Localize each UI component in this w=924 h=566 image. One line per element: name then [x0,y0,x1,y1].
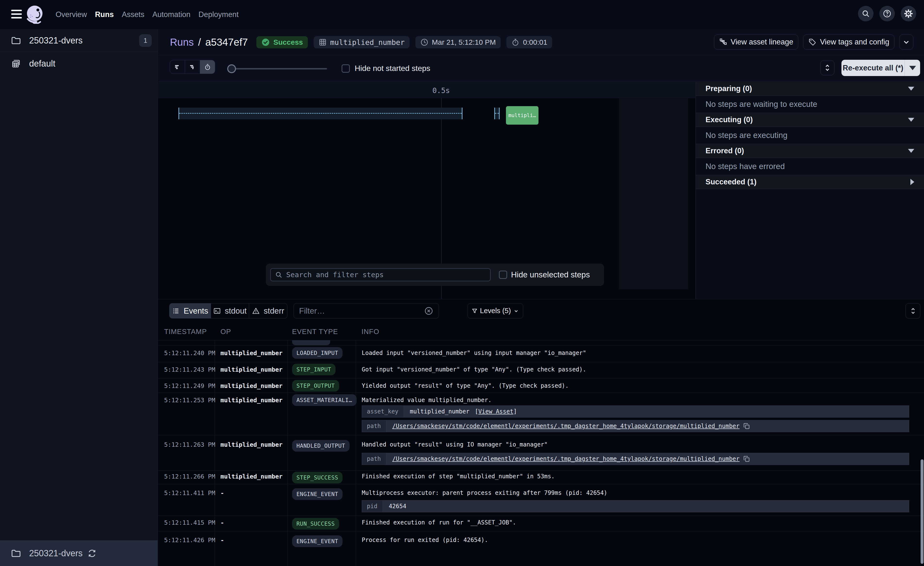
path-link[interactable]: /Users/smackesey/stm/code/elementl/exper… [392,456,740,462]
copy-icon[interactable] [743,455,750,462]
hamburger-menu-icon[interactable] [11,10,22,19]
cell-info: Got input "versioned_number" of type "An… [362,366,904,373]
workspace-icon [10,58,21,69]
gantt-expand-button[interactable] [820,60,834,75]
tab-events[interactable]: Events [170,303,211,318]
section-preparing[interactable]: Preparing (0) [696,82,924,96]
nav-assets[interactable]: Assets [122,10,144,19]
primary-nav: Overview Runs Assets Automation Deployme… [56,0,238,29]
cell-info: Materialized value multiplied_number. [362,397,904,403]
cell-info: Process for run exited (pid: 42654). [362,537,904,543]
header-more-button[interactable] [899,35,914,50]
nav-runs[interactable]: Runs [95,10,114,19]
levels-dropdown-button[interactable]: Levels (5) [468,303,523,318]
event-type-pill: LOADED_INPUT [292,347,342,359]
table-row[interactable]: 5:12:11.415 PM - RUN_SUCCESS Finished ex… [158,516,924,531]
hide-unselected-checkbox[interactable]: Hide unselected steps [499,270,590,279]
event-type-pill-partial [292,340,330,345]
log-expand-button[interactable] [906,303,920,318]
nav-deployment[interactable]: Deployment [199,10,238,19]
gantt-mode-group [170,60,215,74]
asset-tag[interactable]: multiplied_number [314,36,410,48]
gantt-waiting-bar[interactable] [178,108,462,119]
log-view-tabs: Events stdout stderr [169,303,288,318]
section-errored[interactable]: Errored (0) [696,144,924,158]
column-header-timestamp: TIMESTAMP [164,328,207,336]
repo-name: 250321-dvers [29,35,82,46]
gantt-time-axis: 0.5s [158,82,695,98]
table-row[interactable]: 5:12:11.266 PM multiplied_number STEP_SU… [158,471,924,484]
table-row[interactable]: 5:12:11.426 PM - ENGINE_EVENT Process fo… [158,531,924,566]
footer-repo-name: 250321-dvers [29,548,82,558]
meta-key-label: asset_key [362,406,404,417]
log-filter-input[interactable]: Filter… [294,303,439,318]
cell-info: Handled output "result" using IO manager… [362,441,904,448]
re-execute-dropdown-button[interactable] [904,60,920,76]
sidebar-footer[interactable]: 250321-dvers [0,540,158,566]
section-succeeded[interactable]: Succeeded (1) [696,175,924,189]
view-asset-lineage-button[interactable]: View asset lineage [714,35,798,50]
terminal-icon [213,307,221,315]
folder-icon [10,35,21,46]
expand-caret-icon [910,179,914,185]
cell-op: - [220,519,224,526]
view-asset-link[interactable]: View Asset [478,408,513,415]
gantt-waiting-bar-small[interactable] [494,108,500,119]
table-row[interactable]: 5:12:11.243 PM multiplied_number STEP_IN… [158,362,924,378]
step-search-input[interactable]: Search and filter steps [270,268,490,281]
meta-key-label: pid [362,500,383,512]
nav-automation[interactable]: Automation [153,10,190,19]
cell-op: - [220,489,224,497]
filter-funnel-icon [471,308,478,314]
cell-timestamp: 5:12:11.266 PM [164,473,215,480]
view-tags-config-button[interactable]: View tags and config [803,35,894,50]
table-row[interactable]: 5:12:11.263 PM multiplied_number HANDLED… [158,435,924,471]
copy-icon[interactable] [743,422,750,430]
gantt-flat-mode-button[interactable] [170,60,185,74]
table-row[interactable]: 5:12:11.253 PM multiplied_number ASSET_M… [158,393,924,435]
help-button[interactable] [879,6,895,21]
warning-triangle-icon [252,307,260,315]
section-executing[interactable]: Executing (0) [696,113,924,127]
tab-stderr[interactable]: stderr [249,303,287,318]
gantt-step-box[interactable]: multipli… [506,106,538,125]
nav-overview[interactable]: Overview [56,10,87,19]
section-errored-empty: No steps have errored [696,158,924,175]
reload-icon[interactable] [87,549,97,558]
top-navigation-bar: Overview Runs Assets Automation Deployme… [0,0,924,29]
clear-filter-icon[interactable] [424,306,434,316]
vertical-scrollbar-thumb[interactable] [921,459,924,564]
search-icon [862,9,870,18]
breadcrumb-runs-link[interactable]: Runs [170,36,194,48]
metadata-entry-asset-key: asset_key multiplied_number[View Asset] [362,405,909,418]
table-row[interactable]: 5:12:11.411 PM - ENGINE_EVENT Multiproce… [158,484,924,516]
metadata-entry-path: path /Users/smackesey/stm/code/elementl/… [362,420,909,432]
success-check-icon [261,38,270,47]
cell-op: multiplied_number [220,366,283,373]
re-execute-all-button[interactable]: Re-execute all (*) [842,64,904,72]
table-row[interactable]: 5:12:11.249 PM multiplied_number STEP_OU… [158,378,924,393]
search-button[interactable] [858,6,873,21]
sidebar-repo-item[interactable]: 250321-dvers 1 [0,29,158,52]
gantt-waterfall-mode-button[interactable] [185,60,200,74]
sidebar-item-default[interactable]: default [0,52,158,75]
tab-stdout[interactable]: stdout [211,303,249,318]
cell-op: multiplied_number [220,349,283,357]
metadata-entry-pid: pid 42654 [362,500,909,512]
dropdown-triangle-icon [909,66,916,70]
gantt-duration-mode-button[interactable] [200,60,215,74]
cell-info: Finished execution of run for "__ASSET_J… [362,519,904,526]
breadcrumb-run-id: a5347ef7 [206,36,248,48]
re-execute-split-button: Re-execute all (*) [842,60,920,76]
table-header: TIMESTAMP OP EVENT TYPE INFO [158,323,924,340]
path-link[interactable]: /Users/smackesey/stm/code/elementl/exper… [392,423,740,429]
hide-not-started-checkbox[interactable]: Hide not started steps [342,64,430,73]
cell-timestamp: 5:12:11.426 PM [164,537,215,543]
settings-button[interactable] [901,6,916,21]
event-type-pill: RUN_SUCCESS [292,518,339,530]
table-row[interactable]: 5:12:11.240 PM multiplied_number LOADED_… [158,346,924,362]
slider-thumb[interactable] [227,65,236,73]
help-icon [883,9,891,18]
dagster-logo[interactable] [25,5,44,24]
chevron-down-icon [513,308,519,314]
